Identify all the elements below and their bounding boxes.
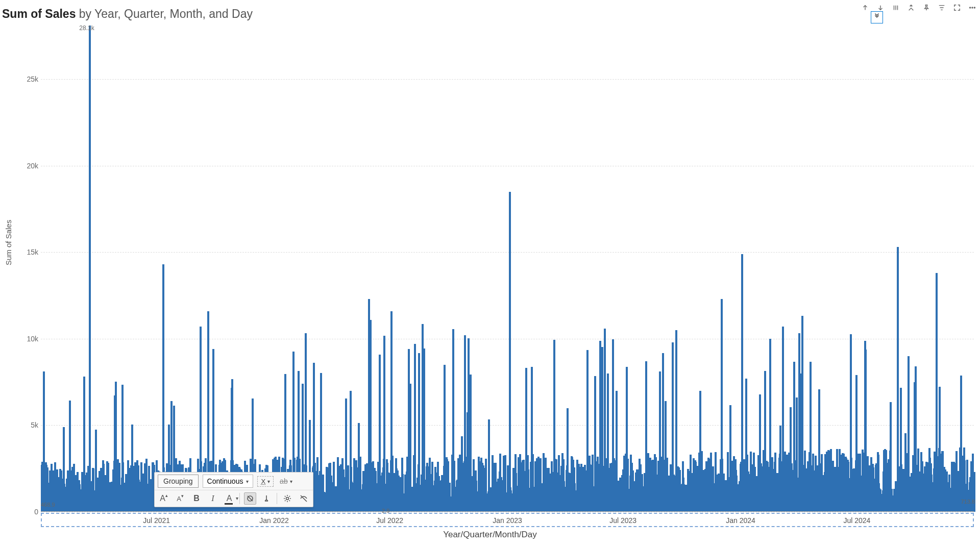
font-increase-icon[interactable]: A▴ bbox=[158, 492, 170, 505]
bold-icon[interactable]: B bbox=[190, 492, 203, 505]
y-tick-label: 10k bbox=[15, 335, 38, 343]
svg-point-4 bbox=[286, 497, 289, 500]
pin-icon[interactable] bbox=[921, 3, 932, 13]
axis-field-label: X bbox=[261, 478, 265, 485]
bar-series[interactable] bbox=[41, 26, 974, 512]
drill-mode-toggle[interactable] bbox=[871, 11, 883, 23]
bar[interactable] bbox=[509, 192, 511, 512]
axis-title-toggle[interactable]: ab ▾ bbox=[278, 476, 295, 486]
x-tick-label: Jul 2023 bbox=[609, 516, 636, 525]
axis-field-dropdown[interactable]: X ▾ bbox=[257, 476, 274, 487]
x-tick-label: Jul 2024 bbox=[843, 516, 870, 525]
toolbar-separator bbox=[239, 493, 240, 504]
expand-hierarchy-icon[interactable] bbox=[891, 3, 901, 13]
toolbar-separator bbox=[277, 493, 277, 504]
focus-mode-icon[interactable] bbox=[952, 3, 962, 13]
y-axis-label: Sum of Sales bbox=[4, 220, 13, 265]
axis-type-value: Continuous bbox=[207, 477, 243, 485]
x-tick-label: Jan 2024 bbox=[726, 516, 755, 525]
y-tick-label: 0 bbox=[15, 508, 38, 516]
chart-title-measure: Sum of Sales bbox=[2, 7, 76, 20]
chart-title-dims: by Year, Quarter, Month, and Day bbox=[76, 7, 253, 20]
chevron-down-icon: ▾ bbox=[267, 479, 270, 484]
x-axis-baseline bbox=[41, 511, 974, 512]
axis-type-dropdown[interactable]: Continuous ▾ bbox=[203, 475, 254, 488]
y-tick-label: 20k bbox=[15, 162, 38, 170]
axis-title-label: ab bbox=[280, 477, 288, 485]
min-data-label: 468.9 bbox=[41, 502, 55, 508]
y-tick-label: 15k bbox=[15, 248, 38, 256]
filter-icon[interactable] bbox=[937, 3, 947, 13]
plot-area[interactable]: 05k10k15k20k25k 28.1k 468.9 713.8 2.9 bbox=[41, 26, 974, 512]
x-tick-label: Jan 2023 bbox=[493, 516, 522, 525]
hide-visual-icon[interactable] bbox=[298, 492, 310, 505]
gridline bbox=[41, 512, 974, 512]
bar[interactable] bbox=[973, 472, 975, 512]
axis-format-toolbar: Grouping Continuous ▾ X ▾ ab ▾ A▴ A▾ B I… bbox=[154, 472, 313, 507]
svg-point-0 bbox=[970, 7, 971, 8]
axis-expand-icon[interactable] bbox=[260, 492, 273, 505]
x-tick-label: Jul 2021 bbox=[143, 516, 170, 525]
axis-small-tick-label: 2.9 bbox=[382, 508, 389, 514]
more-options-icon[interactable] bbox=[967, 3, 977, 13]
svg-point-1 bbox=[972, 7, 973, 8]
x-tick-label: Jan 2022 bbox=[259, 516, 289, 525]
bar[interactable] bbox=[89, 26, 91, 512]
settings-icon[interactable] bbox=[281, 492, 293, 505]
italic-icon[interactable]: I bbox=[207, 492, 219, 505]
y-tick-label: 25k bbox=[15, 75, 38, 83]
chart-wrapper: Sum of Sales by Year, Quarter, Month, an… bbox=[0, 0, 980, 548]
chevron-down-icon: ▾ bbox=[290, 479, 292, 484]
chevron-down-icon: ▾ bbox=[246, 479, 249, 484]
drill-up-icon[interactable] bbox=[860, 3, 870, 13]
y-tick-label: 5k bbox=[15, 421, 38, 429]
x-axis-label: Year/Quarter/Month/Day bbox=[0, 530, 980, 540]
expand-all-icon[interactable] bbox=[906, 3, 916, 13]
font-color-icon[interactable]: A▾ bbox=[223, 492, 235, 505]
svg-point-2 bbox=[974, 7, 975, 8]
x-tick-label: Jul 2022 bbox=[376, 516, 403, 525]
last-data-label: 713.8 bbox=[961, 499, 975, 505]
peak-data-label: 28.1k bbox=[79, 24, 94, 32]
chart-title: Sum of Sales by Year, Quarter, Month, an… bbox=[2, 7, 253, 21]
grouping-button[interactable]: Grouping bbox=[158, 475, 199, 488]
font-decrease-icon[interactable]: A▾ bbox=[174, 492, 186, 505]
hide-axis-icon[interactable] bbox=[244, 492, 256, 505]
